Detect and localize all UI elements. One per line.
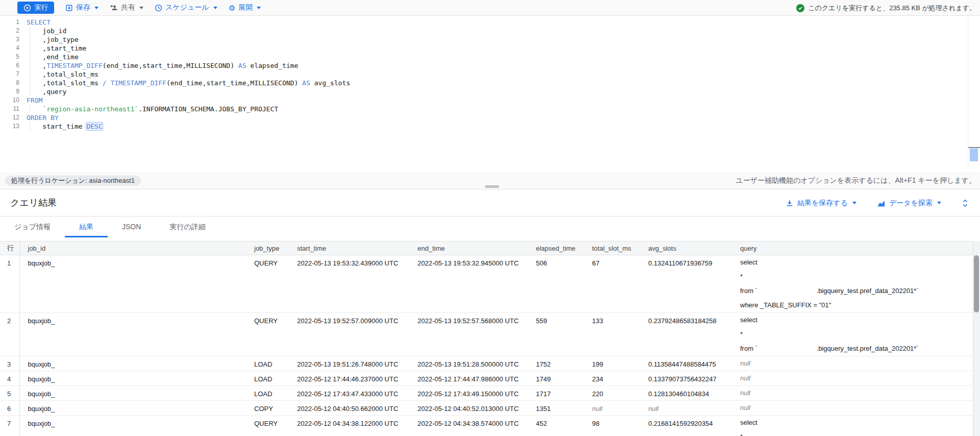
results-table: 行 job_id job_type start_time end_time el… bbox=[0, 241, 973, 436]
cell-query: select * from ` .bigquery_test.pref_data… bbox=[735, 313, 973, 356]
cell-jobtype: COPY bbox=[249, 401, 292, 416]
cell-slotms: 67 bbox=[587, 255, 643, 313]
table-row: 4bquxjob_LOAD2022-05-12 17:44:46.237000 … bbox=[0, 371, 973, 386]
cell-endtime: 2022-05-13 19:51:28.500000 UTC bbox=[412, 356, 531, 371]
download-icon bbox=[786, 199, 794, 207]
code-text: ,job_type bbox=[27, 35, 79, 44]
cell-elapsed: 559 bbox=[531, 313, 587, 356]
code-line: 13 start_time DESC bbox=[0, 122, 980, 131]
query-validation-text: このクエリを実行すると、235.85 KB が処理されます。 bbox=[808, 4, 976, 13]
expand-button[interactable]: ⚙ 展開 bbox=[229, 3, 261, 12]
save-results-button[interactable]: 結果を保存する bbox=[786, 199, 856, 208]
table-row: 5bquxjob_LOAD2022-05-12 17:43:47.433000 … bbox=[0, 386, 973, 401]
explore-data-button[interactable]: データを探索 bbox=[877, 199, 941, 208]
chevron-down-icon bbox=[94, 7, 99, 9]
column-header-job-id: job_id bbox=[19, 241, 249, 255]
results-scrollbar-thumb[interactable] bbox=[974, 255, 979, 312]
cell-avgslots: null bbox=[643, 401, 735, 416]
save-icon bbox=[65, 4, 73, 12]
cell-query: null bbox=[735, 371, 973, 386]
cell-slotms: null bbox=[587, 401, 643, 416]
cell-slotms: 98 bbox=[587, 416, 643, 436]
cell-jobid: bquxjob_ bbox=[19, 371, 249, 386]
save-button[interactable]: 保存 bbox=[65, 3, 99, 12]
cell-jobid: bquxjob_ bbox=[19, 255, 249, 313]
code-line: 9 ,query bbox=[0, 87, 980, 96]
column-header-query: query bbox=[735, 241, 973, 255]
table-row: 7bquxjob_QUERY2022-05-12 04:34:38.122000… bbox=[0, 416, 973, 436]
line-number: 10 bbox=[0, 96, 19, 105]
results-table-body: 1bquxjob_QUERY2022-05-13 19:53:32.439000… bbox=[0, 255, 973, 436]
table-row: 6bquxjob_COPY2022-05-12 04:40:50.662000 … bbox=[0, 401, 973, 416]
code-line: 7 ,total_slot_ms bbox=[0, 70, 980, 79]
line-number: 4 bbox=[0, 44, 19, 53]
processing-location-chip[interactable]: 処理を行うロケーション: asia-northeast1 bbox=[5, 176, 141, 186]
cell-avgslots: 0.2168141592920354 bbox=[643, 416, 735, 436]
code-line: 10FROM bbox=[0, 96, 980, 105]
line-number: 8 bbox=[0, 79, 19, 87]
line-number: 11 bbox=[0, 105, 19, 113]
run-button-label: 実行 bbox=[35, 3, 48, 12]
share-button[interactable]: 共有 bbox=[110, 3, 143, 12]
table-row: 1bquxjob_QUERY2022-05-13 19:53:32.439000… bbox=[0, 255, 973, 313]
line-number: 7 bbox=[0, 70, 19, 79]
unfold-more-icon bbox=[962, 199, 969, 207]
editor-scrollbar-marker bbox=[968, 147, 980, 148]
cell-elapsed: 506 bbox=[531, 255, 587, 313]
results-title: クエリ結果 bbox=[10, 197, 57, 209]
run-button[interactable]: 実行 bbox=[17, 2, 54, 14]
tab-json[interactable]: JSON bbox=[108, 216, 155, 237]
column-header-job-type: job_type bbox=[249, 241, 292, 255]
code-text: `region-asia-northeast1`.INFORMATION_SCH… bbox=[27, 105, 278, 113]
expand-results-button[interactable] bbox=[962, 199, 969, 207]
code-line: 6 ,TIMESTAMP_DIFF(end_time,start_time,MI… bbox=[0, 61, 980, 70]
sql-editor[interactable]: 1SELECT2 job_id3 ,job_type4 ,start_time5… bbox=[0, 16, 980, 172]
pane-resize-handle[interactable] bbox=[485, 185, 499, 188]
cell-jobid: bquxjob_ bbox=[19, 386, 249, 401]
results-table-header: 行 job_id job_type start_time end_time el… bbox=[0, 241, 973, 255]
cell-starttime: 2022-05-12 17:43:47.433000 UTC bbox=[292, 386, 412, 401]
cell-endtime: 2022-05-13 19:53:32.945000 UTC bbox=[412, 255, 531, 313]
column-header-end-time: end_time bbox=[412, 241, 531, 255]
chevron-down-icon bbox=[937, 202, 941, 204]
code-lines: 1SELECT2 job_id3 ,job_type4 ,start_time5… bbox=[0, 18, 980, 131]
results-header: クエリ結果 結果を保存する データを探索 bbox=[0, 189, 980, 216]
tab-results[interactable]: 結果 bbox=[65, 216, 108, 237]
code-line: 12ORDER BY bbox=[0, 113, 980, 122]
editor-scrollbar-thumb[interactable] bbox=[970, 149, 978, 161]
cell-endtime: 2022-05-12 17:44:47.986000 UTC bbox=[412, 371, 531, 386]
cell-query: null bbox=[735, 386, 973, 401]
line-number: 6 bbox=[0, 61, 19, 70]
column-header-elapsed-time: elapsed_time bbox=[531, 241, 587, 255]
cell-jobtype: LOAD bbox=[249, 386, 292, 401]
cell-rownum: 7 bbox=[0, 416, 19, 436]
tab-job-info[interactable]: ジョブ情報 bbox=[0, 216, 65, 237]
code-line: 4 ,start_time bbox=[0, 44, 980, 53]
cell-rownum: 5 bbox=[0, 386, 19, 401]
schedule-button[interactable]: スケジュール bbox=[155, 3, 217, 12]
line-number: 13 bbox=[0, 122, 19, 131]
cell-jobid: bquxjob_ bbox=[19, 416, 249, 436]
code-text: ,end_time bbox=[27, 53, 79, 61]
line-number: 5 bbox=[0, 53, 19, 61]
save-results-label: 結果を保存する bbox=[797, 199, 848, 208]
cell-avgslots: 0.1324110671936759 bbox=[643, 255, 735, 313]
column-header-start-time: start_time bbox=[292, 241, 412, 255]
cell-endtime: 2022-05-12 04:40:52.013000 UTC bbox=[412, 401, 531, 416]
gear-icon: ⚙ bbox=[229, 4, 235, 12]
table-row: 2bquxjob_QUERY2022-05-13 19:52:57.009000… bbox=[0, 313, 973, 356]
chevron-down-icon bbox=[213, 7, 217, 9]
code-text: ,total_slot_ms / TIMESTAMP_DIFF(end_time… bbox=[27, 79, 350, 87]
chart-icon bbox=[877, 199, 886, 207]
cell-jobid: bquxjob_ bbox=[19, 401, 249, 416]
tab-execution-details[interactable]: 実行の詳細 bbox=[155, 216, 219, 237]
query-validation-message: このクエリを実行すると、235.85 KB が処理されます。 bbox=[796, 0, 976, 16]
code-text: ,start_time bbox=[27, 44, 86, 53]
code-line: 3 ,job_type bbox=[0, 35, 980, 44]
cell-starttime: 2022-05-13 19:53:32.439000 UTC bbox=[292, 255, 412, 313]
cell-rownum: 2 bbox=[0, 313, 19, 356]
cell-jobtype: QUERY bbox=[249, 255, 292, 313]
cell-elapsed: 1717 bbox=[531, 386, 587, 401]
line-number: 12 bbox=[0, 113, 19, 122]
code-text: ,query bbox=[27, 87, 66, 96]
